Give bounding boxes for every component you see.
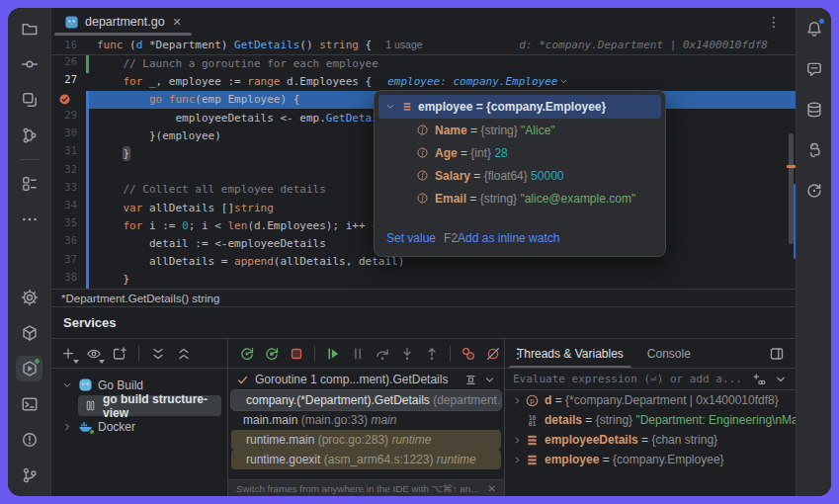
line-number[interactable]: 32 bbox=[51, 163, 77, 181]
debugger-type-hint[interactable]: employee: company.Employee bbox=[387, 75, 569, 88]
code-line-27[interactable]: 27 for _, employee := range d.Employees … bbox=[51, 73, 796, 91]
tab-threads-variables[interactable]: Threads & Variables bbox=[505, 339, 635, 368]
history-button[interactable] bbox=[800, 178, 827, 204]
mute-breakpoints-icon[interactable] bbox=[482, 343, 504, 365]
line-number[interactable]: 27 bbox=[51, 73, 77, 91]
close-hint-icon[interactable]: ✕ bbox=[488, 483, 496, 494]
line-number[interactable]: 33 bbox=[51, 181, 77, 199]
rerun-debug-icon[interactable] bbox=[261, 343, 283, 365]
notifications-button[interactable] bbox=[800, 16, 827, 42]
variable-row-employeeDetails[interactable]: employeeDetails = {chan string} bbox=[505, 430, 796, 450]
tree-item-go-build-structure-view[interactable]: go build structure-view bbox=[78, 395, 221, 416]
more-icon bbox=[21, 210, 39, 228]
add-inline-watch-link[interactable]: Add as inline watch bbox=[458, 231, 559, 245]
field-icon: f bbox=[416, 124, 429, 136]
chevron-right-icon[interactable] bbox=[509, 435, 525, 446]
add-icon[interactable] bbox=[57, 343, 79, 365]
usage-hint[interactable]: 1 usage bbox=[385, 39, 422, 50]
pull-requests-button[interactable] bbox=[16, 87, 42, 113]
code-editor[interactable]: 16func (d *Department) GetDetails() stri… bbox=[51, 36, 796, 289]
ide-window: department.go ✕ ⋮ 16func (d *Department)… bbox=[8, 8, 831, 496]
step-out-icon[interactable] bbox=[421, 343, 443, 365]
svg-text:f: f bbox=[421, 148, 424, 157]
popup-root-row[interactable]: employee = {company.Employee} bbox=[378, 95, 661, 119]
line-number[interactable]: 29 bbox=[51, 109, 77, 126]
ai-assistant-icon bbox=[805, 60, 823, 78]
evaluate-expression-input[interactable] bbox=[513, 373, 744, 385]
tab-department-go[interactable]: department.go ✕ bbox=[54, 8, 192, 36]
collapse-all-icon[interactable] bbox=[173, 343, 195, 365]
project-button[interactable] bbox=[16, 16, 42, 42]
resume-icon[interactable] bbox=[322, 343, 344, 365]
code-line-26[interactable]: 26 // Launch a goroutine for each employ… bbox=[51, 55, 796, 73]
stop-icon[interactable] bbox=[286, 343, 307, 365]
goroutine-selector[interactable]: Goroutine 1 comp...ment).GetDetails bbox=[255, 373, 459, 386]
line-number[interactable]: 34 bbox=[51, 199, 77, 216]
frames-filter-icon[interactable] bbox=[464, 374, 477, 386]
open-new-icon[interactable] bbox=[109, 343, 130, 365]
chevron-right-icon[interactable] bbox=[509, 395, 525, 406]
variable-field-row[interactable]: fName = {string} "Alice" bbox=[375, 119, 665, 141]
editor-options-kebab-icon[interactable]: ⋮ bbox=[753, 14, 796, 30]
branches-button[interactable] bbox=[16, 123, 42, 148]
layout-settings-icon[interactable] bbox=[766, 343, 788, 365]
line-number[interactable]: 31 bbox=[51, 144, 77, 162]
show-options-icon[interactable] bbox=[83, 343, 105, 365]
chevron-down-icon[interactable] bbox=[61, 379, 73, 391]
structure-button[interactable] bbox=[16, 171, 42, 197]
line-number[interactable]: 35 bbox=[51, 216, 77, 234]
debug-button[interactable] bbox=[16, 356, 42, 381]
stack-frame-row[interactable]: runtime.goexit (asm_arm64.s:1223) runtim… bbox=[231, 450, 501, 469]
python-button[interactable] bbox=[800, 137, 827, 163]
set-value-link[interactable]: Set value bbox=[386, 231, 436, 245]
rerun-icon[interactable] bbox=[236, 343, 258, 365]
stack-frame-row[interactable]: company.(*Department).GetDetails (depart… bbox=[231, 390, 501, 410]
breakpoint-icon[interactable] bbox=[58, 93, 71, 106]
add-watch-icon[interactable] bbox=[752, 373, 766, 386]
more-button[interactable] bbox=[16, 207, 42, 232]
terminal-button[interactable] bbox=[16, 391, 42, 417]
tab-console[interactable]: Console bbox=[635, 339, 703, 368]
variable-row-details[interactable]: 1001details = {string} "Department: Engi… bbox=[505, 410, 796, 430]
stack-frame-row[interactable]: runtime.main (proc.go:283) runtime bbox=[231, 430, 501, 450]
commit-button[interactable] bbox=[16, 51, 42, 77]
git-button[interactable] bbox=[16, 462, 42, 488]
chevron-right-icon[interactable] bbox=[509, 455, 525, 465]
chevron-down-icon[interactable] bbox=[483, 374, 496, 386]
chevron-down-icon[interactable] bbox=[384, 101, 396, 113]
step-into-icon[interactable] bbox=[396, 343, 418, 365]
database-button[interactable] bbox=[800, 97, 827, 123]
code-line-16[interactable]: 16func (d *Department) GetDetails() stri… bbox=[51, 36, 796, 55]
variable-field-row[interactable]: fAge = {int} 28 bbox=[375, 141, 665, 164]
line-number[interactable]: 16 bbox=[51, 36, 77, 54]
variable-row-employee[interactable]: employee = {company.Employee} bbox=[505, 450, 796, 469]
project-icon bbox=[21, 20, 39, 38]
dependencies-button[interactable] bbox=[16, 320, 42, 346]
line-number[interactable]: 36 bbox=[51, 234, 77, 252]
line-number[interactable]: 37 bbox=[51, 253, 77, 271]
chevron-right-icon[interactable] bbox=[61, 421, 73, 433]
line-number[interactable]: 26 bbox=[51, 55, 77, 73]
rail-divider bbox=[20, 159, 40, 160]
step-over-icon[interactable] bbox=[372, 343, 393, 365]
code-line-38[interactable]: 38 } bbox=[51, 271, 796, 289]
fold-gutter bbox=[77, 234, 86, 252]
services-button[interactable] bbox=[16, 285, 42, 310]
breadcrumb[interactable]: *Department.GetDetails() string bbox=[51, 289, 796, 306]
close-tab-icon[interactable]: ✕ bbox=[173, 16, 182, 29]
variable-field-row[interactable]: fEmail = {string} "alice@example.com" bbox=[375, 187, 665, 210]
line-number[interactable] bbox=[51, 91, 77, 109]
dependencies-icon bbox=[21, 324, 39, 342]
variable-field-row[interactable]: fSalary = {float64} 50000 bbox=[375, 164, 665, 187]
problems-button[interactable] bbox=[16, 427, 42, 453]
stack-frame-row[interactable]: main.main (main.go:33) main bbox=[228, 410, 504, 430]
chevron-down-icon[interactable] bbox=[774, 373, 788, 386]
variable-row-d[interactable]: pd = {*company.Department | 0x1400010fdf… bbox=[505, 390, 796, 410]
view-breakpoints-icon[interactable] bbox=[458, 343, 479, 365]
pause-icon[interactable] bbox=[347, 343, 369, 365]
expand-all-icon[interactable] bbox=[147, 343, 169, 365]
line-number[interactable]: 30 bbox=[51, 126, 77, 144]
line-number[interactable]: 38 bbox=[51, 271, 77, 289]
scroll-mark-warning bbox=[787, 165, 796, 168]
ai-assistant-button[interactable] bbox=[800, 56, 827, 82]
